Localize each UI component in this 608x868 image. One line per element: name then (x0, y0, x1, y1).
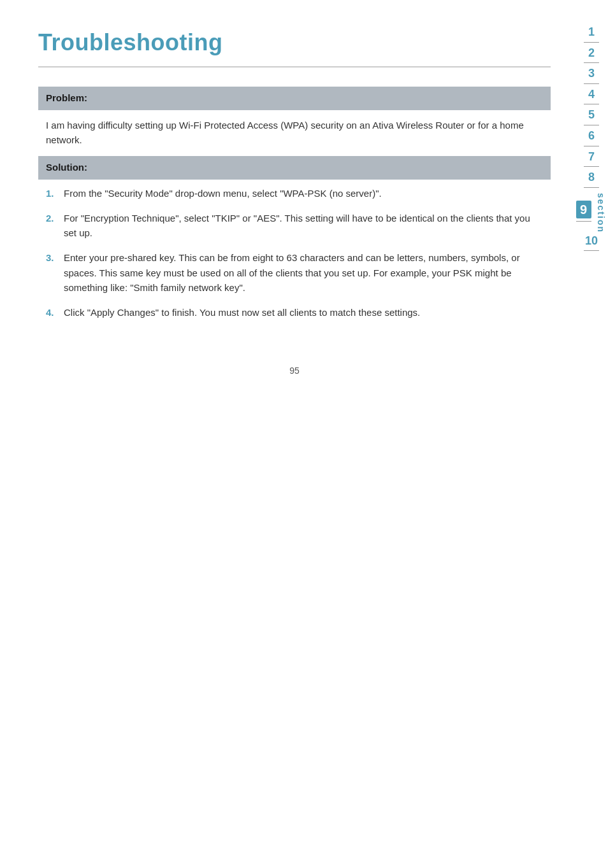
section-nav-number-9[interactable]: 9 (576, 201, 591, 218)
main-content: Troubleshooting Problem: I am having dif… (38, 25, 551, 326)
section-nav-number-4[interactable]: 4 (584, 88, 599, 102)
section-nav-number-5[interactable]: 5 (584, 108, 599, 122)
section-nav-number-6[interactable]: 6 (584, 129, 599, 143)
section-divider-10 (584, 250, 599, 251)
section-nav-item-8[interactable]: 8 (584, 171, 599, 190)
section-divider-7 (584, 166, 599, 167)
step-text-4: Click "Apply Changes" to finish. You mus… (64, 305, 543, 320)
section-divider-1 (584, 42, 599, 43)
section-nav-item-2[interactable]: 2 (584, 46, 599, 66)
solution-step-1: 1. From the "Security Mode" drop-down me… (46, 186, 543, 201)
section-nav-number-7[interactable]: 7 (584, 150, 599, 164)
solution-step-4: 4. Click "Apply Changes" to finish. You … (46, 305, 543, 320)
solution-label: Solution: (46, 162, 87, 173)
problem-text: I am having difficulty setting up Wi-Fi … (38, 110, 551, 148)
section-label: section (594, 193, 607, 233)
section-nav-item-4[interactable]: 4 (584, 88, 599, 108)
section-divider-8 (584, 187, 599, 188)
solution-step-3: 3. Enter your pre-shared key. This can b… (46, 250, 543, 295)
section-divider-9 (576, 221, 591, 222)
step-number-3: 3. (46, 250, 64, 265)
step-text-1: From the "Security Mode" drop-down menu,… (64, 186, 543, 201)
section-divider-6 (584, 146, 599, 146)
solution-step-2: 2. For "Encryption Technique", select "T… (46, 211, 543, 241)
solution-bar: Solution: (38, 156, 551, 180)
section-nav-number-8[interactable]: 8 (584, 171, 599, 185)
section-nav-item-7[interactable]: 7 (584, 150, 599, 170)
section-divider-2 (584, 62, 599, 63)
section-nav-item-3[interactable]: 3 (584, 67, 599, 87)
solution-steps-list: 1. From the "Security Mode" drop-down me… (38, 180, 551, 327)
page-number: 95 (38, 364, 551, 390)
section-nav-item-10[interactable]: 10 (584, 234, 599, 254)
step-number-1: 1. (46, 186, 64, 201)
page-title: Troubleshooting (38, 25, 551, 60)
step-text-3: Enter your pre-shared key. This can be f… (64, 250, 543, 295)
section-nav-item-1[interactable]: 1 (584, 25, 599, 45)
section-divider-5 (584, 125, 599, 125)
section-divider-3 (584, 83, 599, 84)
section-nav-number-3[interactable]: 3 (584, 67, 599, 81)
title-divider (38, 66, 551, 68)
section-nav-number-10[interactable]: 10 (584, 234, 599, 248)
step-number-4: 4. (46, 305, 64, 320)
section-navigation: 1 2 3 4 5 (575, 25, 608, 255)
step-text-2: For "Encryption Technique", select "TKIP… (64, 211, 543, 241)
problem-bar: Problem: (38, 87, 551, 110)
section-divider-4 (584, 104, 599, 104)
section-nav-item-6[interactable]: 6 (584, 129, 599, 149)
section-nav-number-2[interactable]: 2 (584, 46, 599, 60)
section-nav-item-5[interactable]: 5 (584, 108, 599, 128)
section-nav-item-9[interactable]: 9 section (576, 192, 607, 233)
section-nav-number-1[interactable]: 1 (584, 25, 599, 39)
step-number-2: 2. (46, 211, 64, 225)
problem-label: Problem: (46, 92, 87, 103)
